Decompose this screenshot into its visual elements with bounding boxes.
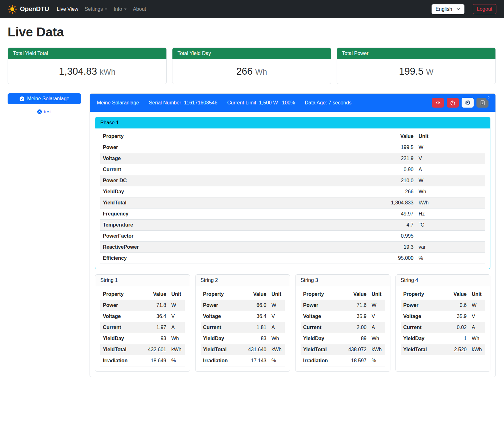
- value-cell: 0.995: [378, 231, 416, 242]
- column-header-property: Property: [100, 131, 378, 142]
- unit-cell: %: [269, 355, 285, 366]
- inverter-select-button[interactable]: Meine Solaranlage: [8, 93, 81, 104]
- unit-cell: %: [169, 355, 185, 366]
- table-row: Irradiation 18.649 %: [100, 355, 185, 366]
- navbar: OpenDTU Live View Settings Info About En…: [0, 0, 504, 18]
- property-cell: Irradiation: [100, 355, 146, 366]
- summary-card-unit: Wh: [255, 67, 267, 76]
- value-cell: 0.02: [446, 322, 469, 333]
- table-row: PowerFactor 0.995: [100, 231, 485, 242]
- unit-cell: Wh: [416, 186, 485, 197]
- events-button[interactable]: 2: [476, 98, 488, 108]
- cpu-chip-icon: [465, 100, 471, 106]
- property-cell: Power: [301, 300, 346, 311]
- value-cell: 431.640: [246, 344, 269, 355]
- check-circle-icon: [19, 96, 25, 102]
- property-cell: YieldDay: [100, 333, 146, 344]
- string-card-body: Property Value Unit Power: [95, 286, 190, 371]
- column-header-unit: Unit: [169, 289, 185, 300]
- unit-cell: A: [269, 322, 285, 333]
- column-header-value: Value: [246, 289, 269, 300]
- value-cell: 35.9: [446, 311, 469, 322]
- unit-cell: A: [469, 322, 485, 333]
- phase-card-body: Property Value Unit Power: [95, 128, 490, 269]
- value-cell: 83: [246, 333, 269, 344]
- summary-card-title: Total Yield Total: [8, 48, 166, 59]
- language-select[interactable]: English: [432, 4, 464, 14]
- test-inverter-link[interactable]: test: [8, 109, 81, 114]
- value-cell: 19.3: [378, 242, 416, 253]
- nav-about[interactable]: About: [130, 4, 149, 15]
- value-cell: 35.9: [346, 311, 369, 322]
- value-cell: 17.143: [246, 355, 269, 366]
- property-cell: PowerFactor: [100, 231, 378, 242]
- inverter-panel: Meine Solaranlage Serial Number: 1161716…: [90, 93, 496, 377]
- unit-cell: W: [416, 175, 485, 186]
- strings-row: String 1 Property Value Unit: [95, 274, 490, 372]
- device-info-button[interactable]: [462, 98, 474, 108]
- value-cell: 0.6: [446, 300, 469, 311]
- phase-card: Phase 1 Property Value Unit: [95, 117, 490, 269]
- unit-cell: kWh: [469, 344, 485, 355]
- unit-cell: Wh: [169, 333, 185, 344]
- property-cell: YieldTotal: [301, 344, 346, 355]
- column-header-unit: Unit: [469, 289, 485, 300]
- table-row: Frequency 49.97 Hz: [100, 209, 485, 220]
- page-title: Live Data: [8, 25, 496, 39]
- column-header-property: Property: [301, 289, 346, 300]
- nav-right: English Logout: [432, 4, 496, 14]
- property-cell: YieldTotal: [401, 344, 446, 355]
- table-header-row: Property Value Unit: [301, 289, 385, 300]
- table-row: Power DC 210.0 W: [100, 175, 485, 186]
- limit-settings-button[interactable]: [432, 98, 444, 108]
- value-cell: 49.97: [378, 209, 416, 220]
- unit-cell: kWh: [169, 344, 185, 355]
- chevron-down-icon: [124, 9, 127, 10]
- speedometer-icon: [435, 100, 441, 106]
- nav-settings[interactable]: Settings: [81, 4, 110, 15]
- summary-card-value: 266: [236, 66, 253, 77]
- property-cell: YieldTotal: [100, 197, 378, 209]
- table-row: Irradiation 17.143 %: [201, 355, 285, 366]
- table-row: YieldTotal 432.601 kWh: [100, 344, 185, 355]
- inverter-serial: Serial Number: 116171603546: [149, 100, 217, 106]
- table-row: Voltage 36.4 V: [100, 311, 185, 322]
- value-cell: 432.601: [146, 344, 169, 355]
- table-row: Power 71.6 W: [301, 300, 385, 311]
- value-cell: 199.5: [378, 142, 416, 153]
- value-cell: 266: [378, 186, 416, 197]
- value-cell: 18.597: [346, 355, 369, 366]
- test-inverter-label: test: [44, 109, 52, 114]
- table-row: YieldTotal 438.072 kWh: [301, 344, 385, 355]
- nav-info[interactable]: Info: [110, 4, 130, 15]
- column-header-property: Property: [401, 289, 446, 300]
- unit-cell: W: [369, 300, 385, 311]
- string-table: Property Value Unit Power: [201, 289, 285, 366]
- value-cell: 18.649: [146, 355, 169, 366]
- string-table: Property Value Unit Power: [401, 289, 485, 355]
- table-row: YieldDay 1 Wh: [401, 333, 485, 344]
- property-cell: Power: [100, 300, 146, 311]
- nav-live-view[interactable]: Live View: [53, 4, 81, 15]
- power-control-button[interactable]: [447, 98, 459, 108]
- brand[interactable]: OpenDTU: [8, 4, 49, 14]
- string-card-4: String 4 Property Value Unit: [395, 274, 491, 372]
- value-cell: 93: [146, 333, 169, 344]
- value-cell: 1: [446, 333, 469, 344]
- table-row: YieldDay 83 Wh: [201, 333, 285, 344]
- property-cell: Efficiency: [100, 253, 378, 264]
- value-cell: 221.9: [378, 153, 416, 164]
- table-row: YieldDay 93 Wh: [100, 333, 185, 344]
- table-header-row: Property Value Unit: [401, 289, 485, 300]
- value-cell: 1,304.833: [378, 197, 416, 209]
- unit-cell: V: [469, 311, 485, 322]
- logout-button[interactable]: Logout: [473, 4, 496, 14]
- journal-text-icon: [480, 100, 485, 106]
- value-cell: 95.000: [378, 253, 416, 264]
- events-count-badge: 2: [486, 95, 491, 101]
- value-cell: 89: [346, 333, 369, 344]
- property-cell: Frequency: [100, 209, 378, 220]
- summary-card-body: 1,304.83kWh: [8, 59, 166, 84]
- table-row: Voltage 35.9 V: [301, 311, 385, 322]
- main-row: Meine Solaranlage test Meine Solaranlage…: [8, 93, 496, 377]
